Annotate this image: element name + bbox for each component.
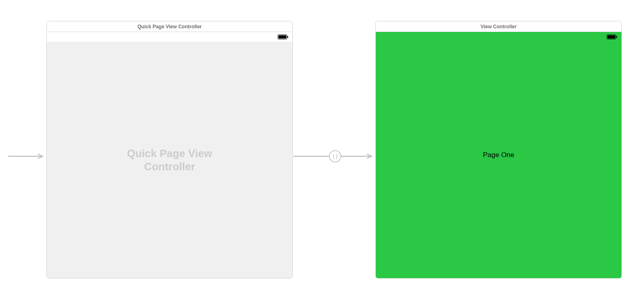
svg-rect-5 xyxy=(616,36,617,38)
scene-body-left[interactable]: Quick Page View Controller xyxy=(47,42,292,278)
scene-quick-page-view-controller[interactable]: Quick Page View Controller Quick Page Vi… xyxy=(46,21,293,279)
battery-icon xyxy=(607,34,617,39)
battery-icon xyxy=(278,34,288,39)
scene-title-right: View Controller xyxy=(376,21,621,32)
svg-text:{ }: { } xyxy=(333,153,337,159)
status-bar-left xyxy=(47,32,292,42)
placeholder-label: Quick Page View Controller xyxy=(127,147,212,174)
status-bar-right xyxy=(376,32,621,42)
scene-view-controller[interactable]: View Controller Page One xyxy=(375,21,622,279)
svg-rect-2 xyxy=(288,36,288,38)
scene-body-right[interactable]: Page One xyxy=(376,32,621,278)
svg-rect-1 xyxy=(278,35,286,39)
svg-rect-4 xyxy=(607,35,615,39)
scene-title-left: Quick Page View Controller xyxy=(47,21,292,32)
segue-icon[interactable]: { } xyxy=(329,151,341,162)
page-one-label: Page One xyxy=(483,151,515,159)
